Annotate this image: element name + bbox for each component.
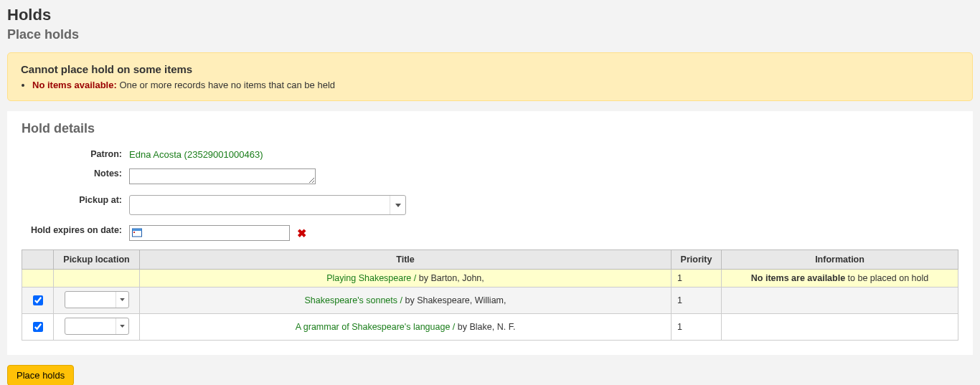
- row-priority: 1: [672, 314, 722, 341]
- alert-list: No items available: One or more records …: [32, 80, 959, 90]
- page-subtitle: Place holds: [7, 27, 973, 42]
- row-pickup-cell: [54, 287, 140, 314]
- row-info-rest: to be placed on hold: [845, 273, 928, 283]
- chevron-down-icon: [390, 196, 405, 214]
- th-information: Information: [722, 250, 958, 270]
- row-pickup-value: [65, 292, 116, 308]
- notes-label: Notes:: [22, 166, 129, 179]
- th-title: Title: [140, 250, 672, 270]
- th-check: [22, 250, 54, 270]
- pickup-row: Pickup at:: [22, 192, 958, 217]
- row-pickup-select[interactable]: [65, 318, 129, 335]
- item-title-link[interactable]: Playing Shakespeare /: [326, 273, 416, 283]
- chevron-down-icon: [116, 318, 128, 334]
- row-title-cell: Playing Shakespeare / by Barton, John,: [140, 270, 672, 287]
- th-pickup: Pickup location: [54, 250, 140, 270]
- row-title-cell: A grammar of Shakespeare's language / by…: [140, 314, 672, 341]
- pickup-select-value: [130, 196, 390, 214]
- alert-item-rest: One or more records have no items that c…: [117, 80, 335, 90]
- item-author: by Barton, John,: [416, 273, 484, 283]
- row-pickup-select[interactable]: [65, 291, 129, 308]
- th-priority: Priority: [672, 250, 722, 270]
- row-info: [722, 287, 958, 314]
- row-pickup-cell: [54, 314, 140, 341]
- item-title-link[interactable]: Shakespeare's sonnets /: [304, 295, 402, 305]
- row-priority: 1: [672, 287, 722, 314]
- alert-box: Cannot place hold on some items No items…: [7, 52, 973, 101]
- row-checkbox[interactable]: [33, 322, 43, 332]
- notes-input[interactable]: [129, 168, 316, 184]
- item-author: by Blake, N. F.: [455, 322, 515, 332]
- hold-details-panel: Hold details Patron: Edna Acosta (235290…: [7, 111, 973, 355]
- pickup-label: Pickup at:: [22, 192, 129, 205]
- row-checkbox[interactable]: [33, 295, 43, 305]
- item-title-link[interactable]: A grammar of Shakespeare's language /: [296, 322, 456, 332]
- expires-label: Hold expires on date:: [22, 222, 129, 235]
- patron-row: Patron: Edna Acosta (23529001000463): [22, 146, 958, 160]
- place-holds-button[interactable]: Place holds: [7, 365, 74, 385]
- expires-row: Hold expires on date: ✖: [22, 222, 958, 241]
- patron-link[interactable]: Edna Acosta (23529001000463): [129, 149, 263, 160]
- row-info: [722, 314, 958, 341]
- clear-date-icon[interactable]: ✖: [297, 227, 306, 240]
- notes-row: Notes:: [22, 166, 958, 186]
- calendar-icon: [132, 227, 142, 237]
- table-row: Playing Shakespeare / by Barton, John, 1…: [22, 270, 958, 287]
- holds-table: Pickup location Title Priority Informati…: [22, 249, 958, 341]
- svg-rect-1: [133, 229, 142, 231]
- patron-label: Patron:: [22, 146, 129, 159]
- pickup-select[interactable]: [129, 195, 406, 215]
- row-info-strong: No items are available: [751, 273, 845, 283]
- row-check-cell: [22, 314, 54, 341]
- hold-details-heading: Hold details: [22, 121, 958, 136]
- page-title: Holds: [7, 6, 973, 24]
- svg-rect-2: [133, 232, 135, 233]
- row-check-cell: [22, 287, 54, 314]
- row-pickup-cell: [54, 270, 140, 287]
- alert-item-strong: No items available:: [32, 80, 117, 90]
- row-info: No items are available to be placed on h…: [722, 270, 958, 287]
- row-title-cell: Shakespeare's sonnets / by Shakespeare, …: [140, 287, 672, 314]
- table-row: A grammar of Shakespeare's language / by…: [22, 314, 958, 341]
- row-pickup-value: [65, 318, 116, 334]
- alert-item: No items available: One or more records …: [32, 80, 959, 90]
- row-priority: 1: [672, 270, 722, 287]
- table-row: Shakespeare's sonnets / by Shakespeare, …: [22, 287, 958, 314]
- alert-title: Cannot place hold on some items: [21, 63, 959, 75]
- expires-date-input[interactable]: [129, 225, 290, 241]
- item-author: by Shakespeare, William,: [402, 295, 507, 305]
- chevron-down-icon: [116, 292, 128, 308]
- row-check-cell: [22, 270, 54, 287]
